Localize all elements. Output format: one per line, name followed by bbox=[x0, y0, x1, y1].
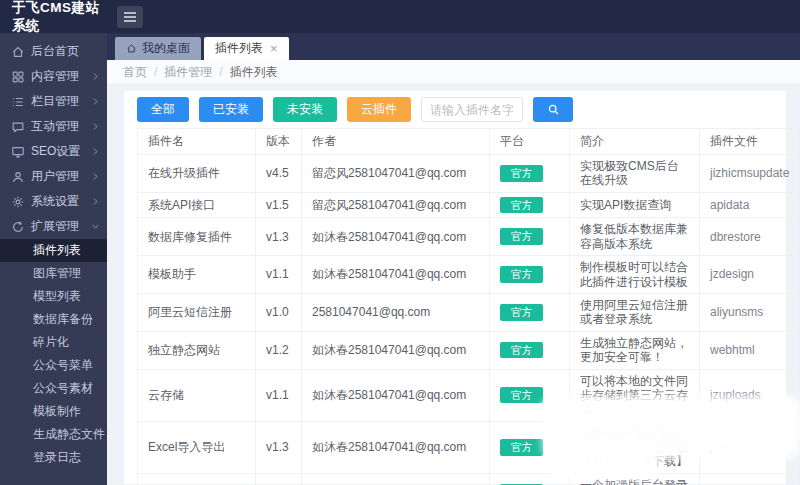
censored-blur-region bbox=[556, 449, 652, 472]
tab-bar: 我的桌面 插件列表 × bbox=[107, 33, 800, 60]
plugin-search-input[interactable] bbox=[421, 97, 523, 122]
subitem-label: 生成静态文件 bbox=[33, 426, 105, 443]
breadcrumb-home[interactable]: 首页 bbox=[123, 64, 147, 81]
chevron-right-icon bbox=[91, 147, 100, 156]
plugin-version: v1.3 bbox=[256, 421, 302, 473]
plugin-version: v1.1 bbox=[256, 256, 302, 294]
breadcrumb: 首页 插件管理 插件列表 bbox=[107, 60, 800, 85]
chevron-right-icon bbox=[91, 72, 100, 81]
subitem-label: 图库管理 bbox=[33, 265, 81, 282]
plugin-name: 独立静态网站 bbox=[138, 331, 256, 369]
col-header-name: 插件名 bbox=[138, 129, 256, 155]
sync-icon bbox=[11, 220, 25, 234]
platform-badge: 官方 bbox=[500, 197, 543, 214]
sidebar-item-label: 扩展管理 bbox=[31, 218, 79, 235]
chevron-right-icon bbox=[91, 122, 100, 131]
sidebar-item-extensions[interactable]: 扩展管理 bbox=[0, 214, 107, 239]
plugin-author: 如沐春2581047041@qq.com bbox=[302, 331, 490, 369]
plugin-name: 数据库修复插件 bbox=[138, 218, 256, 256]
subitem-label: 公众号菜单 bbox=[33, 357, 93, 374]
plugin-name: 阿里云短信注册 bbox=[138, 293, 256, 331]
plugin-author: 留恋风2581047041@qq.com bbox=[302, 155, 490, 193]
plugin-desc: 制作模板时可以结合此插件进行设计模板 bbox=[570, 256, 700, 294]
plugin-file: jzdesign bbox=[700, 256, 800, 294]
sidebar-subitem-gallery[interactable]: 图库管理 bbox=[0, 262, 107, 285]
table-header-row: 插件名 版本 作者 平台 简介 插件文件 bbox=[138, 129, 800, 155]
plugin-file: adminsafe bbox=[700, 473, 800, 485]
plugin-version: v1.3 bbox=[256, 218, 302, 256]
sidebar-item-label: 内容管理 bbox=[31, 68, 79, 85]
sidebar-item-label: 系统设置 bbox=[31, 193, 79, 210]
breadcrumb-plugin-list: 插件列表 bbox=[212, 64, 277, 81]
table-row: 系统API接口 v1.5 留恋风2581047041@qq.com 官方 实现A… bbox=[138, 192, 800, 218]
sidebar-subitem-plugin-list[interactable]: 插件列表 bbox=[0, 239, 107, 262]
platform-badge: 官方 bbox=[500, 228, 543, 245]
plugin-author: 2581047041@qq.com bbox=[302, 293, 490, 331]
platform-badge: 官方 bbox=[500, 165, 543, 182]
subitem-label: 模板制作 bbox=[33, 403, 81, 420]
close-icon[interactable]: × bbox=[270, 42, 278, 55]
table-row: 阿里云短信注册 v1.0 2581047041@qq.com 官方 使用阿里云短… bbox=[138, 293, 800, 331]
plugin-file: dbrestore bbox=[700, 218, 800, 256]
plugin-desc: 使用阿里云短信注册或者登录系统 bbox=[570, 293, 700, 331]
sidebar-item-dashboard[interactable]: 后台首页 bbox=[0, 39, 107, 64]
chevron-right-icon bbox=[91, 197, 100, 206]
tab-label: 插件列表 bbox=[215, 40, 263, 57]
sidebar-item-users[interactable]: 用户管理 bbox=[0, 164, 107, 189]
filter-cloud-button[interactable]: 云插件 bbox=[347, 97, 411, 122]
plugin-desc: 实现API数据查询 bbox=[570, 192, 700, 218]
monitor-icon bbox=[11, 145, 25, 159]
table-row: 模板助手 v1.1 如沐春2581047041@qq.com 官方 制作模板时可… bbox=[138, 256, 800, 294]
plugin-author: 留恋风2581047041@qq.com bbox=[302, 192, 490, 218]
tab-my-desktop[interactable]: 我的桌面 bbox=[115, 37, 201, 60]
sidebar-item-content[interactable]: 内容管理 bbox=[0, 64, 107, 89]
sidebar-item-settings[interactable]: 系统设置 bbox=[0, 189, 107, 214]
sidebar-subitem-db-backup[interactable]: 数据库备份 bbox=[0, 308, 107, 331]
censored-blur-region bbox=[550, 403, 794, 451]
plugin-version: v1.2 bbox=[256, 331, 302, 369]
breadcrumb-plugin-manage[interactable]: 插件管理 bbox=[147, 64, 212, 81]
filter-not-installed-button[interactable]: 未安装 bbox=[273, 97, 337, 122]
sidebar-item-columns[interactable]: 栏目管理 bbox=[0, 89, 107, 114]
search-button[interactable] bbox=[533, 97, 573, 122]
plugin-name: 在线升级插件 bbox=[138, 155, 256, 193]
plugin-author: 如沐春2581047041@qq.com bbox=[302, 421, 490, 473]
sidebar-item-interaction[interactable]: 互动管理 bbox=[0, 114, 107, 139]
sidebar-subitem-template-make[interactable]: 模板制作 bbox=[0, 400, 107, 423]
plugin-name: 模板助手 bbox=[138, 256, 256, 294]
sidebar-subitem-login-log[interactable]: 登录日志 bbox=[0, 446, 107, 469]
plugin-name: Excel导入导出 bbox=[138, 421, 256, 473]
platform-badge: 官方 bbox=[500, 439, 543, 456]
table-row: 独立静态网站 v1.2 如沐春2581047041@qq.com 官方 生成独立… bbox=[138, 331, 800, 369]
sidebar-toggle-button[interactable] bbox=[117, 6, 143, 28]
plugin-version: v1.5 bbox=[256, 192, 302, 218]
plugin-author: 如沐春2581047041@qq.com bbox=[302, 218, 490, 256]
table-row: 数据库修复插件 v1.3 如沐春2581047041@qq.com 官方 修复低… bbox=[138, 218, 800, 256]
platform-badge: 官方 bbox=[500, 304, 543, 321]
table-row: 后台登录加强版 v1.3 留恋风2581047041@qq.com 官方 一个加… bbox=[138, 473, 800, 485]
subitem-label: 登录日志 bbox=[33, 449, 81, 466]
plugin-file: webhtml bbox=[700, 331, 800, 369]
plugin-desc: 生成独立静态网站，更加安全可靠！ bbox=[570, 331, 700, 369]
sidebar-subitem-wechat-media[interactable]: 公众号素材 bbox=[0, 377, 107, 400]
subitem-label: 碎片化 bbox=[33, 334, 69, 351]
subitem-label: 模型列表 bbox=[33, 288, 81, 305]
col-header-author: 作者 bbox=[302, 129, 490, 155]
sidebar-subitem-static-generate[interactable]: 生成静态文件 bbox=[0, 423, 107, 446]
sidebar-subitem-fragments[interactable]: 碎片化 bbox=[0, 331, 107, 354]
grid-icon bbox=[11, 70, 25, 84]
tab-plugin-list[interactable]: 插件列表 × bbox=[204, 37, 289, 60]
tab-label: 我的桌面 bbox=[142, 40, 190, 57]
plugin-desc: 一个加强版后台登录端插件 bbox=[570, 473, 700, 485]
sidebar-subitem-models[interactable]: 模型列表 bbox=[0, 285, 107, 308]
comment-icon bbox=[11, 120, 25, 134]
sidebar-item-seo[interactable]: SEO设置 bbox=[0, 139, 107, 164]
plugin-author: 如沐春2581047041@qq.com bbox=[302, 256, 490, 294]
sidebar-subitem-wechat-menu[interactable]: 公众号菜单 bbox=[0, 354, 107, 377]
col-header-version: 版本 bbox=[256, 129, 302, 155]
sidebar-item-label: 后台首页 bbox=[31, 43, 79, 60]
filter-installed-button[interactable]: 已安装 bbox=[199, 97, 263, 122]
app-title: 于飞CMS建站系统 bbox=[0, 0, 107, 35]
filter-all-button[interactable]: 全部 bbox=[137, 97, 189, 122]
sidebar-item-label: 互动管理 bbox=[31, 118, 79, 135]
